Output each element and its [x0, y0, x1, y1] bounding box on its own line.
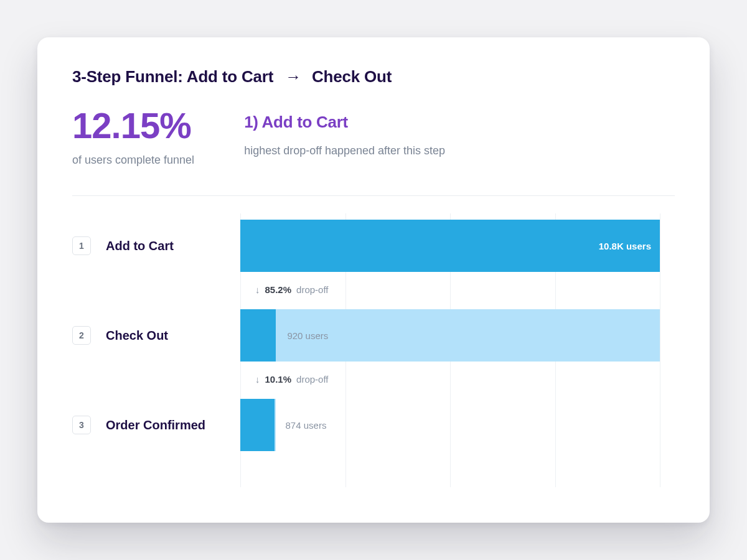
bar-track: 874 users: [240, 399, 675, 451]
card-title: 3-Step Funnel: Add to Cart → Check Out: [72, 67, 675, 86]
step-name: Add to Cart: [106, 239, 174, 253]
bar-value-label: 874 users: [286, 420, 327, 431]
bar-track: 920 users: [240, 309, 675, 362]
funnel-card: 3-Step Funnel: Add to Cart → Check Out 1…: [37, 37, 710, 523]
bar-value-label: 920 users: [287, 330, 328, 341]
step-name: Order Confirmed: [106, 418, 205, 432]
conversion-sub: of users complete funnel: [72, 154, 194, 167]
summary-row: 12.15% of users complete funnel 1) Add t…: [72, 108, 675, 167]
funnel-step-row: 3Order Confirmed874 users: [72, 399, 675, 451]
highest-dropoff-sub: highest drop-off happened after this ste…: [244, 144, 445, 157]
step-label: 1Add to Cart: [72, 236, 240, 255]
bar-track: 10.8K users: [240, 220, 675, 272]
arrow-down-icon: ↓: [255, 284, 260, 295]
step-number-badge: 1: [72, 236, 91, 255]
step-label: 2Check Out: [72, 326, 240, 345]
conversion-percent: 12.15%: [72, 108, 194, 144]
dropoff-percent: 85.2%: [265, 284, 292, 295]
dropoff-suffix: drop-off: [296, 374, 328, 385]
step-name: Check Out: [106, 329, 168, 343]
title-suffix: Check Out: [312, 67, 392, 86]
funnel-chart: 1Add to Cart10.8K users2Check Out920 use…: [72, 213, 675, 487]
funnel-step-row: 2Check Out920 users: [72, 309, 675, 362]
dropoff-percent: 10.1%: [265, 374, 292, 385]
step-number-badge: 3: [72, 416, 91, 434]
dropoff-row: ↓85.2%drop-off: [255, 284, 328, 295]
conversion-metric: 12.15% of users complete funnel: [72, 108, 194, 167]
dropoff-suffix: drop-off: [296, 284, 328, 295]
highest-dropoff-block: 1) Add to Cart highest drop-off happened…: [244, 113, 445, 157]
bar-value-label: 10.8K users: [599, 241, 651, 251]
divider: [72, 195, 675, 196]
arrow-down-icon: ↓: [255, 374, 260, 385]
step-label: 3Order Confirmed: [72, 416, 240, 434]
highest-dropoff-step: 1) Add to Cart: [244, 113, 445, 132]
title-prefix: 3-Step Funnel: Add to Cart: [72, 67, 273, 86]
step-number-badge: 2: [72, 326, 91, 345]
bar-current: [240, 309, 276, 362]
funnel-step-row: 1Add to Cart10.8K users: [72, 220, 675, 272]
arrow-right-icon: →: [285, 67, 301, 86]
bar-current: [240, 220, 660, 272]
dropoff-row: ↓10.1%drop-off: [255, 374, 328, 385]
bar-current: [240, 399, 275, 451]
